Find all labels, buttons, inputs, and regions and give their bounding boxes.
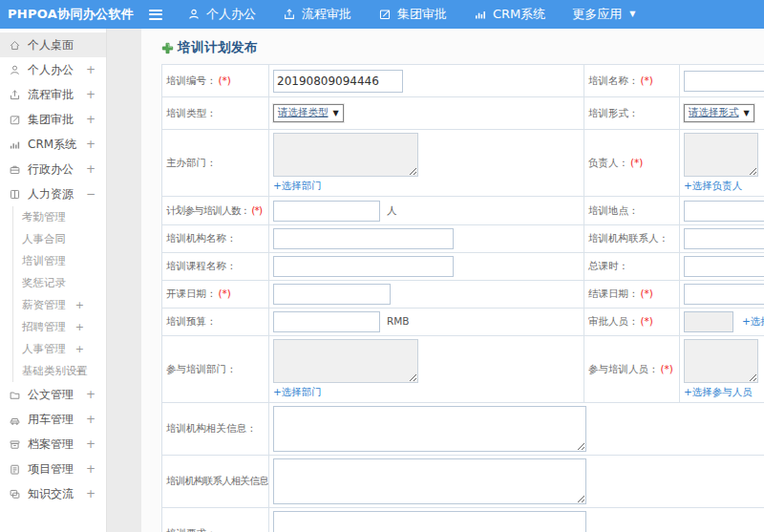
select-department-link[interactable]: +选择部门 xyxy=(273,180,322,193)
unit-rmb: RMB xyxy=(387,315,410,327)
sidebar-item-personal-desktop[interactable]: 个人桌面 xyxy=(0,32,106,57)
training-no-input[interactable] xyxy=(273,70,403,93)
sidebar-item-archive-mgmt[interactable]: 档案管理 + xyxy=(0,432,106,457)
host-department-textarea[interactable] xyxy=(273,133,418,177)
sidebar-item-admin-office[interactable]: 行政办公 + xyxy=(0,157,106,181)
briefcase-icon xyxy=(9,163,28,176)
top-navbar: PHPOA协同办公软件 个人办公 流程审批 集团审批 CRM系统 更多应用 ▼ xyxy=(0,0,764,29)
expand-plus-icon[interactable]: + xyxy=(86,63,96,76)
label-total-hours: 总课时： xyxy=(584,253,680,281)
select-leader-link[interactable]: +选择负责人 xyxy=(684,180,742,193)
collapse-minus-icon[interactable]: − xyxy=(86,187,96,201)
expand-plus-icon[interactable]: + xyxy=(86,487,96,500)
nav-workflow-approval[interactable]: 流程审批 xyxy=(283,0,351,29)
label-course-name: 培训课程名称： xyxy=(162,253,269,281)
chevron-down-icon: ▼ xyxy=(629,11,635,18)
sidebar-subitem-personnel[interactable]: 人事管理 + xyxy=(13,338,106,360)
edit-icon xyxy=(9,114,28,126)
folder-icon xyxy=(9,389,28,401)
expand-plus-icon[interactable]: + xyxy=(86,388,96,401)
sidebar: 个人桌面 个人办公 + 流程审批 + 集团审批 + CRM系统 + 行政办公 +… xyxy=(0,29,107,532)
leader-textarea[interactable] xyxy=(684,133,758,177)
sidebar-subitem-attendance[interactable]: 考勤管理 xyxy=(13,206,106,228)
training-name-input[interactable] xyxy=(684,71,764,92)
page-header: 培训计划发布 xyxy=(141,29,764,64)
label-budget: 培训预算： xyxy=(162,309,269,336)
expand-plus-icon[interactable]: + xyxy=(75,365,84,377)
select-join-staff-link[interactable]: +选择参与人员 xyxy=(684,386,753,399)
expand-plus-icon[interactable]: + xyxy=(86,113,96,126)
sidebar-subitem-reward-record[interactable]: 奖惩记录 xyxy=(13,272,106,294)
sidebar-subitem-base-category[interactable]: 基础类别设置 + xyxy=(13,360,106,382)
sidebar-item-group-approval[interactable]: 集团审批 + xyxy=(0,107,106,132)
expand-plus-icon[interactable]: + xyxy=(86,437,96,451)
sidebar-item-workflow-approval[interactable]: 流程审批 + xyxy=(0,82,106,107)
sidebar-subitem-training[interactable]: 培训管理 xyxy=(13,250,106,272)
unit-person: 人 xyxy=(387,204,397,216)
total-hours-input[interactable] xyxy=(684,256,764,277)
start-date-input[interactable] xyxy=(273,284,391,305)
clipboard-icon xyxy=(9,463,28,476)
expand-plus-icon[interactable]: + xyxy=(75,343,84,355)
org-contact-info-textarea[interactable] xyxy=(273,458,586,504)
label-host-department: 主办部门： xyxy=(162,130,269,197)
sidebar-item-crm[interactable]: CRM系统 + xyxy=(0,132,106,157)
sidebar-item-project-mgmt[interactable]: 项目管理 + xyxy=(0,457,106,481)
label-join-department: 参与培训部门： xyxy=(162,336,269,403)
home-icon xyxy=(9,39,28,52)
sidebar-subitem-recruit[interactable]: 招聘管理 + xyxy=(13,316,106,338)
org-info-textarea[interactable] xyxy=(273,406,586,452)
join-department-textarea[interactable] xyxy=(273,339,418,383)
user-icon xyxy=(187,8,201,21)
expand-plus-icon[interactable]: + xyxy=(86,162,96,176)
end-date-input[interactable] xyxy=(684,284,764,305)
label-approver: 审批人员：(*) xyxy=(584,309,680,336)
upload-icon xyxy=(9,89,28,101)
user-icon xyxy=(9,64,28,76)
sidebar-item-vehicle-mgmt[interactable]: 用车管理 + xyxy=(0,407,106,432)
nav-personal-office[interactable]: 个人办公 xyxy=(187,0,256,29)
sidebar-item-knowledge-exchange[interactable]: 知识交流 + xyxy=(0,481,106,506)
expand-plus-icon[interactable]: + xyxy=(86,88,96,101)
label-org-info: 培训机构相关信息： xyxy=(162,403,269,456)
join-staff-textarea[interactable] xyxy=(684,339,758,383)
expand-plus-icon[interactable]: + xyxy=(86,138,96,151)
nav-group-approval[interactable]: 集团审批 xyxy=(378,0,447,29)
chat-icon xyxy=(9,488,28,500)
sidebar-item-human-resources[interactable]: 人力资源 − xyxy=(0,181,106,206)
chart-icon xyxy=(9,138,28,151)
nav-more-apps[interactable]: 更多应用 ▼ xyxy=(572,0,635,29)
label-org-contact: 培训机构联系人： xyxy=(584,225,680,253)
expand-plus-icon[interactable]: + xyxy=(86,462,96,476)
requirements-textarea[interactable] xyxy=(273,511,586,532)
org-name-input[interactable] xyxy=(273,228,454,249)
budget-input[interactable] xyxy=(273,311,380,332)
chevron-down-icon: ▼ xyxy=(333,109,339,117)
sidebar-subitem-hr-contract[interactable]: 人事合同 xyxy=(13,228,106,250)
training-place-input[interactable] xyxy=(684,201,764,222)
edit-icon xyxy=(378,8,392,21)
page-title: 培训计划发布 xyxy=(178,39,258,56)
main-content: 培训计划发布 培训编号：(*) 培训名称：(*) 培训类型： 请选择类型▼ 培训… xyxy=(141,29,764,532)
menu-toggle-icon[interactable] xyxy=(147,6,164,24)
label-requirements: 培训要求： xyxy=(162,508,269,532)
expand-plus-icon[interactable]: + xyxy=(75,321,84,333)
label-planned-count: 计划参与培训人数：(*) xyxy=(162,197,269,225)
sidebar-item-document-mgmt[interactable]: 公文管理 + xyxy=(0,382,106,407)
training-mode-select[interactable]: 请选择形式▼ xyxy=(684,104,754,122)
org-contact-input[interactable] xyxy=(684,228,764,249)
select-approver-link[interactable]: +选择审批人员 xyxy=(742,315,764,327)
planned-count-input[interactable] xyxy=(273,201,380,222)
select-join-department-link[interactable]: +选择部门 xyxy=(273,386,322,399)
chevron-down-icon: ▼ xyxy=(744,109,750,117)
approver-input[interactable] xyxy=(684,311,733,332)
sidebar-subitem-salary[interactable]: 薪资管理 + xyxy=(13,294,106,316)
expand-plus-icon[interactable]: + xyxy=(86,413,96,426)
sidebar-item-personal-office[interactable]: 个人办公 + xyxy=(0,57,106,82)
chart-icon xyxy=(474,8,487,21)
upload-icon xyxy=(283,8,296,21)
course-name-input[interactable] xyxy=(273,256,454,277)
training-type-select[interactable]: 请选择类型▼ xyxy=(273,104,344,122)
expand-plus-icon[interactable]: + xyxy=(75,299,84,311)
nav-crm-system[interactable]: CRM系统 xyxy=(474,0,545,29)
